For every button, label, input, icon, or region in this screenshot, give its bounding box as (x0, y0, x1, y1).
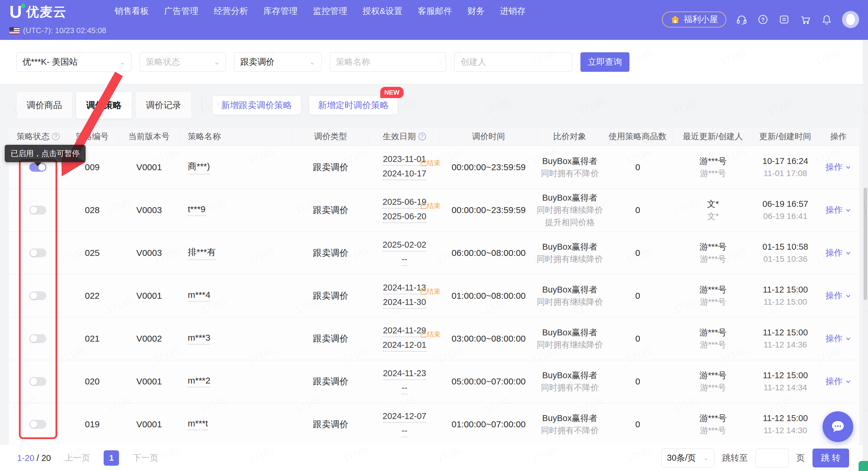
nav-item-inventory[interactable]: 库存管理 (264, 5, 298, 17)
tab-reprice-records[interactable]: 调价记录 (135, 92, 192, 119)
strategy-name-link[interactable]: 排***有 (188, 246, 216, 260)
pagination-bar: 1-20 / 20 上一页 1 下一页 30条/页 ⌄ 跳转至 页 跳 转 (0, 445, 868, 471)
compare-target-main: BuyBox赢得者 (542, 412, 597, 424)
header-compare-target: 比价对象 (537, 130, 602, 142)
creator-name: 游***号 (700, 253, 726, 265)
price-type-select[interactable]: 跟卖调价 ⌄ (234, 52, 321, 72)
creator-name: 游***号 (700, 338, 726, 351)
customer-service-icon[interactable] (736, 13, 748, 25)
user-avatar[interactable] (842, 11, 859, 28)
strategy-name-input[interactable] (336, 53, 440, 71)
chevron-down-icon: ⌄ (119, 58, 125, 66)
strategy-status-toggle[interactable] (29, 334, 46, 343)
row-actions-dropdown[interactable]: 操作 (826, 376, 851, 387)
corner-widget[interactable] (859, 461, 868, 471)
add-follow-strategy-button[interactable]: 新增跟卖调价策略 (212, 95, 301, 115)
compare-target-rule1: 同时拥有继续降价 (537, 253, 603, 265)
per-page-select[interactable]: 30条/页 ⌄ (661, 448, 714, 467)
create-time: 11-01 17:08 (764, 167, 807, 180)
chat-support-button[interactable] (823, 411, 853, 442)
row-actions-dropdown[interactable]: 操作 (826, 247, 851, 259)
strategy-name-link[interactable]: m***4 (188, 290, 211, 302)
strategy-status-toggle[interactable] (29, 248, 46, 257)
effective-end-date: 2024-10-17 (383, 169, 426, 180)
nav-item-sales-dashboard[interactable]: 销售看板 (115, 5, 149, 17)
strategy-name-link[interactable]: t***9 (188, 204, 206, 216)
strategy-status-toggle[interactable] (29, 206, 46, 214)
row-actions-dropdown[interactable]: 操作 (826, 290, 851, 302)
add-timed-strategy-button[interactable]: 新增定时调价策略 NEW (309, 95, 398, 115)
strategy-status-toggle[interactable] (29, 291, 46, 300)
search-button[interactable]: 立即查询 (581, 52, 629, 72)
strategy-status-toggle[interactable] (29, 377, 46, 386)
toggle-tooltip: 已启用，点击可暂停 (5, 145, 86, 162)
header-strategy-name: 策略名称 (180, 130, 292, 142)
page-1-button[interactable]: 1 (104, 450, 119, 466)
strategy-version: V0001 (136, 162, 162, 172)
pagination-right: 30条/页 ⌄ 跳转至 页 跳 转 (661, 448, 849, 467)
update-time: 10-17 16:24 (763, 155, 808, 167)
help-question-icon[interactable]: ? (418, 133, 426, 140)
chevron-down-icon (845, 378, 851, 385)
nav-item-psi[interactable]: 进销存 (500, 5, 526, 17)
chat-bubble-icon (831, 420, 845, 434)
compare-target-rule1: 同时拥有不降价 (541, 167, 599, 180)
strategy-name-field (330, 52, 446, 72)
table-row: 028 V0003 t***9 跟卖调价 已结束 2025-06-19 2025… (9, 188, 859, 231)
row-actions-dropdown[interactable]: 操作 (826, 161, 851, 173)
nav-item-ads[interactable]: 广告管理 (164, 5, 198, 17)
table-row: 020 V0001 m***2 跟卖调价 2024-11-23 -- 05:00… (9, 360, 859, 403)
pagination-left: 1-20 / 20 上一页 1 下一页 (17, 450, 158, 466)
update-time: 11-12 15:00 (763, 412, 808, 424)
strategy-name-link[interactable]: 商***) (188, 160, 210, 174)
product-count: 0 (636, 377, 640, 386)
compare-target-rule1: 同时拥有继续降价 (537, 296, 603, 308)
strategy-version: V0001 (136, 291, 162, 301)
tab-reprice-products[interactable]: 调价商品 (16, 92, 72, 119)
logo-text: 优麦云 (26, 3, 67, 21)
nav-item-authorization-settings[interactable]: 授权&设置 (363, 5, 402, 17)
strategy-name-link[interactable]: m***t (188, 418, 208, 430)
scrollbar-thumb[interactable] (864, 188, 867, 300)
strategy-status-toggle[interactable] (29, 420, 46, 429)
strategy-status-select[interactable]: 策略状态 ⌄ (140, 52, 226, 72)
strategy-name-link[interactable]: m***3 (188, 333, 211, 345)
strategy-version: V0003 (136, 205, 162, 215)
header-effective-date: 生效日期? (369, 130, 440, 142)
price-type: 跟卖调价 (313, 247, 348, 259)
updater-name: 游***号 (700, 283, 726, 296)
table-row: 021 V0002 m***3 跟卖调价 已结束 2024-11-29 2024… (9, 317, 859, 360)
tab-reprice-strategies[interactable]: 调价策略 (76, 92, 132, 119)
nav-item-customer-email[interactable]: 客服邮件 (418, 5, 452, 17)
price-type: 跟卖调价 (313, 418, 348, 431)
cart-icon[interactable] (800, 13, 811, 25)
compare-target-rule1: 同时拥有不降价 (541, 424, 599, 437)
next-page-button[interactable]: 下一页 (132, 452, 158, 464)
create-time: 11-12 14:36 (764, 338, 807, 351)
nav-item-finance[interactable]: 财务 (467, 5, 485, 17)
jump-page-input[interactable] (755, 448, 788, 467)
creator-input[interactable] (461, 53, 566, 71)
prev-page-button[interactable]: 上一页 (64, 452, 90, 464)
shop-select[interactable]: 优***K- 美国站 ⌄ (16, 52, 131, 72)
feedback-message-icon[interactable] (778, 13, 790, 25)
strategy-name-link[interactable]: m***2 (188, 376, 211, 387)
chevron-down-icon: ⌄ (309, 58, 315, 66)
updater-name: 游***号 (700, 326, 726, 338)
notification-bell-icon[interactable] (821, 13, 833, 25)
chevron-down-icon: ⌄ (704, 454, 709, 462)
effective-start-date: 2025-06-19 (383, 197, 426, 209)
create-time: 06-19 16:41 (763, 210, 807, 223)
row-actions-dropdown[interactable]: 操作 (826, 204, 851, 216)
welfare-house-button[interactable]: 福利小屋 (662, 11, 726, 28)
main-menu: 销售看板 广告管理 经营分析 库存管理 监控管理 授权&设置 客服邮件 财务 进… (115, 0, 526, 23)
help-question-icon[interactable]: ? (52, 133, 60, 140)
nav-item-analytics[interactable]: 经营分析 (214, 5, 248, 17)
jump-button[interactable]: 跳 转 (812, 448, 849, 467)
nav-item-monitoring[interactable]: 监控管理 (313, 5, 347, 17)
strategy-version: V0002 (136, 333, 162, 344)
table-body: 009 V0001 商***) 跟卖调价 已结束 2023-11-01 2024… (9, 146, 859, 446)
help-icon[interactable]: ? (757, 13, 769, 25)
row-actions-dropdown[interactable]: 操作 (826, 333, 851, 345)
updater-name: 文* (707, 198, 719, 210)
